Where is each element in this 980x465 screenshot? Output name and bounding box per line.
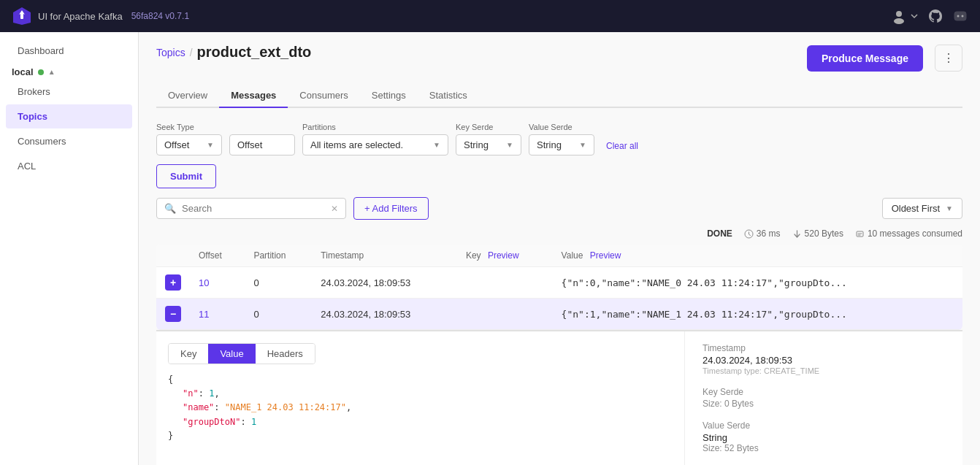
offset-cell: 10: [190, 267, 245, 299]
seek-type-select[interactable]: Offset ▼: [156, 134, 222, 155]
filters-row: Seek Type Offset ▼ Offset Partitions All: [156, 120, 962, 155]
main-content: Topics / product_ext_dto Produce Message…: [139, 32, 980, 465]
col-value: Value Preview: [553, 245, 962, 267]
key-cell: [457, 299, 553, 330]
breadcrumb-topics-link[interactable]: Topics: [156, 47, 185, 58]
add-filters-button[interactable]: + Add Filters: [353, 197, 429, 220]
detail-tab-headers[interactable]: Headers: [256, 344, 315, 364]
svg-point-4: [894, 18, 904, 24]
timestamp-cell: 24.03.2024, 18:09:53: [312, 299, 457, 330]
key-serde-select[interactable]: String ▼: [456, 134, 521, 155]
sidebar-item-dashboard[interactable]: Dashboard: [6, 39, 132, 63]
svg-rect-5: [954, 12, 966, 20]
tab-messages[interactable]: Messages: [219, 84, 288, 108]
search-box: 🔍 ✕: [156, 198, 346, 219]
search-row: 🔍 ✕ + Add Filters Oldest First ▼: [156, 197, 962, 220]
github-icon[interactable]: [927, 8, 943, 24]
meta-timestamp: Timestamp 24.03.2024, 18:09:53 Timestamp…: [703, 343, 945, 375]
sort-dropdown[interactable]: Oldest First ▼: [882, 198, 962, 219]
tab-statistics[interactable]: Statistics: [418, 84, 479, 108]
table-row: − 11 0 24.03.2024, 18:09:53 {"n":1,"name…: [156, 299, 962, 330]
tab-consumers[interactable]: Consumers: [288, 84, 359, 108]
app-name: UI for Apache Kafka: [38, 11, 123, 22]
col-timestamp: Timestamp: [312, 245, 457, 267]
col-offset: Offset: [190, 245, 245, 267]
detail-meta-section: Timestamp 24.03.2024, 18:09:53 Timestamp…: [685, 331, 962, 465]
expand-row-2-button[interactable]: −: [165, 306, 181, 322]
detail-json-section: Key Value Headers { "n": 1, "name": "NAM…: [156, 331, 685, 465]
key-serde-label: Key Serde: [456, 123, 521, 131]
search-input[interactable]: [182, 203, 325, 214]
messages-table: Offset Partition Timestamp Key Preview V…: [156, 245, 962, 330]
seek-offset-input[interactable]: Offset: [229, 134, 295, 155]
seek-type-label: Seek Type: [156, 123, 222, 131]
detail-tab-bar: Key Value Headers: [168, 343, 315, 364]
cluster-status-dot: [38, 69, 44, 75]
breadcrumb: Topics / product_ext_dto: [156, 44, 311, 61]
offset-cell: 11: [190, 299, 245, 330]
svg-point-7: [962, 15, 964, 18]
user-menu-button[interactable]: [891, 8, 919, 24]
detail-panel: Key Value Headers { "n": 1, "name": "NAM…: [156, 330, 962, 465]
col-expand: [156, 245, 190, 267]
svg-point-6: [957, 15, 960, 18]
timestamp-cell: 24.03.2024, 18:09:53: [312, 267, 457, 299]
discord-icon[interactable]: [952, 8, 968, 24]
search-icon: 🔍: [164, 203, 176, 214]
clear-all-button[interactable]: Clear all: [602, 137, 643, 155]
value-cell: {"n":0,"name":"NAME_0 24.03 11:24:17","g…: [553, 267, 962, 299]
col-partition: Partition: [245, 245, 312, 267]
value-serde-label: Value Serde: [529, 123, 594, 131]
sidebar-item-topics[interactable]: Topics: [6, 104, 132, 128]
expand-row-1-button[interactable]: +: [165, 274, 181, 291]
produce-message-button[interactable]: Produce Message: [807, 45, 923, 72]
cluster-label: local ▲: [0, 64, 138, 79]
submit-button[interactable]: Submit: [156, 164, 216, 188]
page-title: product_ext_dto: [197, 44, 312, 61]
sidebar-item-consumers[interactable]: Consumers: [6, 129, 132, 153]
tab-settings[interactable]: Settings: [360, 84, 418, 108]
partitions-select[interactable]: All items are selected. ▼: [302, 134, 448, 155]
value-preview-link[interactable]: Preview: [590, 250, 621, 261]
status-done: DONE: [707, 228, 732, 239]
table-row: + 10 0 24.03.2024, 18:09:53 {"n":0,"name…: [156, 267, 962, 299]
more-options-button[interactable]: ⋮: [935, 45, 962, 72]
cluster-collapse-button[interactable]: ▲: [48, 68, 55, 76]
version-commit: 56fa824 v0.7.1: [131, 11, 189, 21]
detail-tab-key[interactable]: Key: [169, 344, 208, 364]
tab-bar: Overview Messages Consumers Settings Sta…: [156, 84, 962, 108]
status-bar: DONE 36 ms 520 Bytes 10 messages consume…: [156, 228, 962, 239]
status-messages: 10 messages consumed: [855, 228, 962, 239]
meta-key-serde: Key Serde Size: 0 Bytes: [703, 387, 945, 409]
svg-point-3: [896, 11, 902, 17]
partitions-label: Partitions: [302, 123, 448, 131]
partition-cell: 0: [245, 267, 312, 299]
key-preview-link[interactable]: Preview: [488, 250, 519, 261]
status-time: 36 ms: [744, 228, 781, 239]
clear-search-icon[interactable]: ✕: [331, 204, 338, 214]
value-cell: {"n":1,"name":"NAME_1 24.03 11:24:17","g…: [553, 299, 962, 330]
json-display: { "n": 1, "name": "NAME_1 24.03 11:24:17…: [168, 373, 673, 443]
tab-overview[interactable]: Overview: [156, 84, 219, 108]
status-bytes: 520 Bytes: [792, 228, 843, 239]
value-serde-select[interactable]: String ▼: [529, 134, 594, 155]
app-logo: UI for Apache Kafka: [12, 6, 123, 26]
sidebar-item-brokers[interactable]: Brokers: [6, 80, 132, 104]
key-cell: [457, 267, 553, 299]
partition-cell: 0: [245, 299, 312, 330]
meta-value-serde: Value Serde String Size: 52 Bytes: [703, 420, 945, 453]
sidebar: Dashboard local ▲ Brokers Topics Consume…: [0, 32, 139, 465]
detail-tab-value[interactable]: Value: [208, 344, 255, 364]
col-key: Key Preview: [457, 245, 553, 267]
svg-rect-2: [20, 13, 23, 19]
sidebar-item-acl[interactable]: ACL: [6, 154, 132, 178]
